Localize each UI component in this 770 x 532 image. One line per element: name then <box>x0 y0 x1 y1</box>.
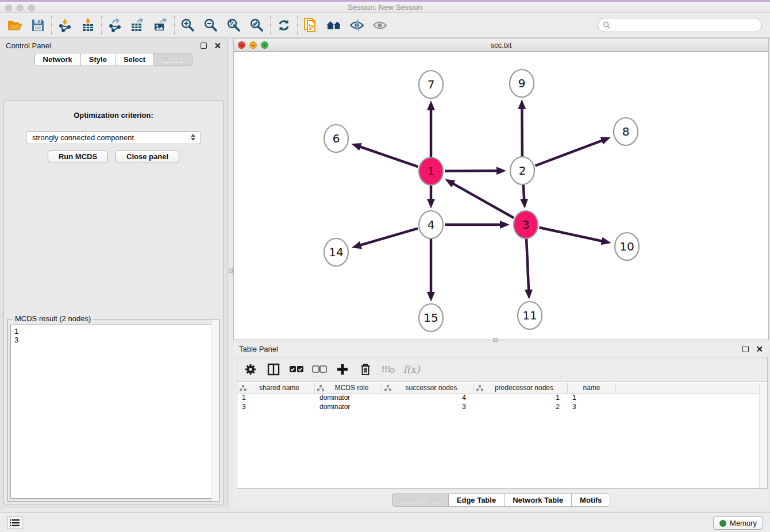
optimization-criterion-label: Optimization criterion: <box>4 111 223 119</box>
column-header-name[interactable]: name <box>568 383 616 393</box>
result-scrollbar[interactable] <box>211 319 219 501</box>
save-icon[interactable] <box>26 14 49 36</box>
graph-edge-2-8[interactable] <box>535 141 602 166</box>
svg-text:3: 3 <box>522 218 530 232</box>
import-table-icon[interactable] <box>76 14 99 36</box>
float-panel-icon[interactable] <box>201 43 207 49</box>
tab-node-table[interactable]: Node Table <box>392 494 448 507</box>
network-canvas[interactable]: 7968124314101511 <box>234 52 768 340</box>
graph-node-15[interactable]: 15 <box>419 304 443 331</box>
graph-node-14[interactable]: 14 <box>324 238 348 266</box>
column-header-shared-name[interactable]: shared name <box>237 383 315 393</box>
criterion-dropdown[interactable]: strongly connected component <box>26 131 201 144</box>
zoom-out-icon[interactable] <box>199 14 222 36</box>
splitter-grip[interactable] <box>229 268 233 273</box>
tab-select[interactable]: Select <box>115 53 153 66</box>
export-table-icon[interactable] <box>126 14 149 36</box>
mcds-result-text[interactable]: 1 3 <box>10 325 217 499</box>
hierarchy-icon <box>240 385 247 391</box>
table-row[interactable]: 1 dominator 4 1 1 <box>237 394 759 403</box>
svg-text:4: 4 <box>428 218 435 232</box>
close-table-panel-icon[interactable]: ✕ <box>756 346 763 352</box>
close-panel-icon[interactable]: ✕ <box>214 43 221 49</box>
graph-node-9[interactable]: 9 <box>510 70 534 97</box>
memory-button[interactable]: Memory <box>713 516 763 530</box>
tab-motifs[interactable]: Motifs <box>571 494 610 507</box>
graph-node-11[interactable]: 11 <box>518 302 542 329</box>
export-image-icon[interactable] <box>149 14 172 36</box>
tab-mcds[interactable]: MCDS <box>153 53 192 66</box>
tab-style[interactable]: Style <box>80 53 115 66</box>
graph-node-1[interactable]: 1 <box>419 157 443 185</box>
search-input[interactable] <box>613 21 761 29</box>
svg-text:15: 15 <box>424 311 438 325</box>
column-header-successor-nodes[interactable]: successor nodes <box>382 383 474 393</box>
search-field[interactable] <box>598 18 762 32</box>
delete-column-icon[interactable] <box>358 362 373 377</box>
zoom-in-icon[interactable] <box>176 14 199 36</box>
task-history-button[interactable] <box>7 516 22 529</box>
column-header-mcds-role[interactable]: MCDS role <box>315 383 382 393</box>
graph-edge-2-9[interactable] <box>522 109 522 157</box>
tab-edge-table[interactable]: Edge Table <box>448 494 504 507</box>
split-panel-icon[interactable] <box>266 362 281 377</box>
zoom-selected-icon[interactable] <box>245 14 268 36</box>
toolbar-separator <box>270 16 271 35</box>
graph-node-7[interactable]: 7 <box>419 71 443 98</box>
table-row[interactable]: 3 dominator 3 2 3 <box>237 403 759 412</box>
table-settings-gear-icon[interactable] <box>243 362 258 377</box>
unselect-all-columns-icon[interactable] <box>312 362 327 377</box>
cell-mcds-role: dominator <box>315 403 382 412</box>
table-panel-body: f(x) shared name MCDS role successor nod… <box>237 357 768 489</box>
splitter-grip[interactable] <box>493 338 498 342</box>
graph-node-6[interactable]: 6 <box>324 125 348 152</box>
export-network-icon[interactable] <box>103 14 126 36</box>
cell-name: 3 <box>568 403 616 412</box>
graph-edge-3-10[interactable] <box>539 228 602 241</box>
float-table-panel-icon[interactable] <box>742 346 749 352</box>
open-folder-icon[interactable] <box>3 14 26 36</box>
home-icon[interactable] <box>322 14 345 36</box>
graph-edge-4-14[interactable] <box>360 229 418 245</box>
fit-content-icon[interactable] <box>222 14 245 36</box>
cell-successor-nodes: 3 <box>382 403 474 412</box>
graph-edge-2-3[interactable] <box>523 184 525 199</box>
control-panel: Control Panel ✕ Network Style Select MCD… <box>0 38 228 508</box>
show-icon[interactable] <box>368 14 391 36</box>
tab-network[interactable]: Network <box>34 53 80 66</box>
graph-edge-3-11[interactable] <box>526 238 529 290</box>
close-view-icon[interactable]: x <box>238 41 245 49</box>
graph-edge-3-1[interactable] <box>453 184 514 218</box>
close-panel-button[interactable]: Close panel <box>116 150 179 163</box>
graph-edge-1-6[interactable] <box>360 147 418 167</box>
control-panel-tabs: Network Style Select MCDS <box>0 53 227 66</box>
dropdown-stepper-icon <box>191 134 195 141</box>
hierarchy-icon <box>317 385 324 391</box>
maximize-view-icon[interactable]: + <box>261 41 268 49</box>
graph-node-2[interactable]: 2 <box>510 157 534 184</box>
graph-node-8[interactable]: 8 <box>614 118 638 145</box>
graph-node-4[interactable]: 4 <box>419 211 443 238</box>
tab-network-table[interactable]: Network Table <box>504 494 571 507</box>
select-all-columns-icon[interactable] <box>289 362 304 377</box>
column-header-predecessor-nodes[interactable]: predecessor nodes <box>474 383 568 393</box>
create-column-icon[interactable] <box>335 362 350 377</box>
table-header-row: shared name MCDS role successor nodes pr… <box>237 383 759 394</box>
function-builder-icon[interactable]: f(x) <box>404 362 419 377</box>
table-scrollbar[interactable] <box>759 383 767 488</box>
open-session-icon[interactable] <box>299 14 322 36</box>
network-graph[interactable]: 7968124314101511 <box>234 52 768 340</box>
delete-table-icon[interactable] <box>381 362 396 377</box>
graph-edge-1-2[interactable] <box>445 171 497 171</box>
graph-node-3[interactable]: 3 <box>514 211 538 238</box>
import-network-icon[interactable] <box>53 14 76 36</box>
refresh-icon[interactable] <box>272 14 295 36</box>
graph-node-10[interactable]: 10 <box>615 233 639 260</box>
mcds-result-title: MCDS result (2 nodes) <box>13 314 93 323</box>
hide-icon[interactable] <box>345 14 368 36</box>
minimize-view-icon[interactable]: – <box>249 41 257 49</box>
run-mcds-button[interactable]: Run MCDS <box>48 150 108 163</box>
window-title: Session: New Session <box>0 3 770 11</box>
network-window-titlebar[interactable]: x – + scc.txt <box>234 38 768 52</box>
status-bar: Memory <box>0 512 770 532</box>
